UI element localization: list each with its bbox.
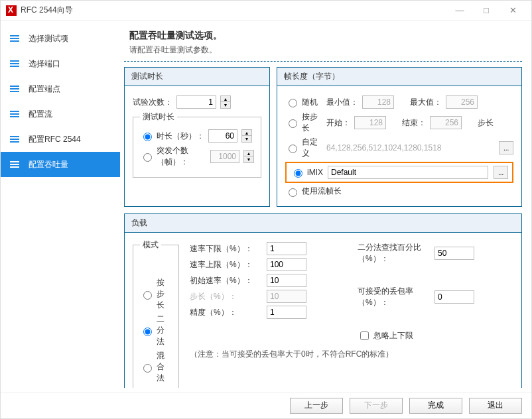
menu-icon — [10, 86, 19, 92]
trial-count-input[interactable] — [176, 95, 216, 109]
rate-step-input — [267, 290, 306, 303]
top-row: 测试时长 试验次数： ▲▼ 测试时长 时长（秒）： — [124, 67, 522, 207]
bsearch-input[interactable] — [434, 247, 474, 260]
wizard-window: RFC 2544向导 — □ ✕ 选择测试项 选择端口 配置端点 配置流 配置R… — [0, 0, 532, 419]
sidebar-item-label: 选择测试项 — [29, 33, 68, 44]
title-bar: RFC 2544向导 — □ ✕ — [1, 1, 531, 21]
load-mode-binary-label: 二分法 — [157, 314, 172, 347]
frame-custom-value: 64,128,256,512,1024,1280,1518 — [326, 143, 495, 152]
rate-upper-label: 速率上限（%）： — [190, 259, 263, 270]
duration-time-spinner[interactable]: ▲▼ — [241, 129, 252, 143]
exit-button[interactable]: 退出 — [469, 398, 522, 414]
page-header: 配置吞吐量测试选项。 请配置吞吐量测试参数。 — [124, 27, 522, 62]
sidebar-item-tests[interactable]: 选择测试项 — [1, 26, 120, 51]
main: 配置吞吐量测试选项。 请配置吞吐量测试参数。 测试时长 试验次数： ▲▼ — [120, 21, 531, 392]
duration-burst-label: 突发个数（帧）： — [157, 145, 206, 168]
panel-frame-length: 帧长度（字节） 随机 最小值： 最大值： 按步长 — [277, 67, 522, 207]
page-title: 配置吞吐量测试选项。 — [129, 30, 522, 42]
frame-step-label: 按步长 — [302, 111, 322, 134]
maximize-button[interactable]: □ — [473, 5, 499, 15]
menu-icon — [10, 161, 19, 168]
panel-frame-title: 帧长度（字节） — [277, 68, 521, 86]
precision-input[interactable] — [267, 306, 306, 319]
trial-count-spinner[interactable]: ▲▼ — [220, 95, 231, 109]
spin-up-icon[interactable]: ▲ — [221, 96, 230, 102]
bsearch-label: 二分法查找百分比（%）： — [358, 242, 431, 265]
window-title: RFC 2544向导 — [21, 5, 446, 16]
load-mode-legend: 模式 — [140, 239, 161, 251]
sidebar-item-endpoints[interactable]: 配置端点 — [1, 76, 120, 101]
load-right-col: 二分法查找百分比（%）： 可接受的丢包率（%）： 忽略上下限 — [358, 239, 513, 345]
load-mode-mixed-radio[interactable]: 混合法 — [140, 350, 172, 384]
frame-min-input — [362, 95, 394, 109]
next-button: 下一步 — [350, 398, 403, 414]
precision-label: 精度（%）： — [190, 307, 263, 318]
panel-duration: 测试时长 试验次数： ▲▼ 测试时长 时长（秒）： — [124, 67, 270, 207]
load-mode-step-radio[interactable]: 按步长 — [140, 277, 172, 311]
sidebar-item-label: 配置流 — [29, 109, 52, 120]
frame-max-label: 最大值： — [410, 97, 442, 108]
frame-imix-radio[interactable]: iMIX — [291, 167, 322, 178]
menu-icon — [10, 111, 19, 117]
duration-time-radio[interactable]: 时长（秒）： — [140, 131, 204, 142]
finish-button[interactable]: 完成 — [409, 398, 462, 414]
frame-max-input — [446, 95, 478, 109]
sidebar-item-rfc2544[interactable]: 配置RFC 2544 — [1, 127, 120, 152]
panel-load-body: 模式 按步长 二分法 混合法 速率下限（%）： 速率上限（%）： — [125, 233, 521, 388]
frame-flowlen-label: 使用流帧长 — [302, 186, 342, 197]
frame-step-radio[interactable]: 按步长 — [285, 111, 322, 134]
frame-random-radio[interactable]: 随机 — [285, 97, 322, 108]
rate-lower-label: 速率下限（%）： — [190, 243, 263, 255]
rate-step-label: 步长（%）： — [190, 291, 263, 302]
frame-custom-more-button[interactable]: ... — [499, 141, 513, 154]
page-subtitle: 请配置吞吐量测试参数。 — [129, 44, 522, 56]
frame-flowlen-radio[interactable]: 使用流帧长 — [285, 186, 342, 197]
sidebar-item-flows[interactable]: 配置流 — [1, 101, 120, 127]
duration-time-input[interactable] — [208, 129, 237, 143]
frame-start-label: 开始： — [326, 117, 350, 129]
spin-up-icon[interactable]: ▲ — [242, 130, 251, 136]
load-params-grid: 速率下限（%）： 速率上限（%）： 初始速率（%）： 步长（%）： 精度（%）：… — [190, 239, 513, 345]
duration-burst-radio[interactable]: 突发个数（帧）： — [140, 145, 206, 168]
duration-time-label: 时长（秒）： — [157, 131, 204, 142]
minimize-button[interactable]: — — [446, 5, 473, 15]
frame-min-label: 最小值： — [326, 97, 358, 108]
ignore-limits-checkbox[interactable]: 忽略上下限 — [358, 329, 413, 342]
duration-time-row: 时长（秒）： ▲▼ — [140, 129, 254, 143]
sidebar-item-throughput[interactable]: 配置吞吐量 — [1, 152, 120, 177]
load-params: 速率下限（%）： 速率上限（%）： 初始速率（%）： 步长（%）： 精度（%）：… — [190, 239, 513, 388]
sidebar-item-label: 配置端点 — [29, 84, 60, 95]
duration-burst-row: 突发个数（帧）： ▲▼ — [140, 145, 254, 168]
menu-icon — [10, 35, 19, 42]
frame-imix-input[interactable] — [328, 166, 488, 179]
loss-input[interactable] — [434, 290, 474, 304]
frame-random-label: 随机 — [302, 97, 318, 108]
frame-custom-label: 自定义 — [302, 137, 322, 159]
sidebar-item-ports[interactable]: 选择端口 — [1, 51, 120, 76]
frame-start-input — [354, 116, 386, 129]
frame-stepword-label: 步长 — [478, 117, 494, 129]
ignore-limits-label: 忽略上下限 — [373, 330, 413, 341]
frame-flowlen-row: 使用流帧长 — [285, 186, 513, 197]
rate-init-input[interactable] — [267, 274, 306, 287]
load-mode-binary-radio[interactable]: 二分法 — [140, 314, 172, 347]
sidebar-item-label: 配置吞吐量 — [29, 159, 68, 170]
duration-fieldset: 测试时长 时长（秒）： ▲▼ 突发个数（帧）： ▲▼ — [133, 111, 261, 178]
frame-end-input — [430, 116, 462, 129]
frame-imix-more-button[interactable]: ... — [494, 166, 508, 179]
spin-down-icon[interactable]: ▼ — [221, 102, 230, 108]
content: 测试时长 试验次数： ▲▼ 测试时长 时长（秒）： — [124, 62, 522, 388]
sidebar-item-label: 选择端口 — [29, 58, 60, 70]
menu-icon — [10, 60, 19, 67]
load-note: （注意：当可接受的丢包率大于0时，不符合RFC的标准） — [190, 349, 513, 360]
spin-down-icon[interactable]: ▼ — [242, 136, 251, 142]
footer: 上一步 下一步 完成 退出 — [1, 392, 531, 418]
rate-upper-input[interactable] — [267, 258, 306, 271]
frame-custom-radio[interactable]: 自定义 — [285, 137, 322, 159]
spin-up-icon: ▲ — [244, 150, 253, 156]
prev-button[interactable]: 上一步 — [290, 398, 343, 414]
load-mode-step-label: 按步长 — [157, 277, 172, 311]
rate-lower-input[interactable] — [267, 242, 306, 255]
close-button[interactable]: ✕ — [499, 5, 526, 15]
panel-duration-title: 测试时长 — [125, 68, 269, 86]
